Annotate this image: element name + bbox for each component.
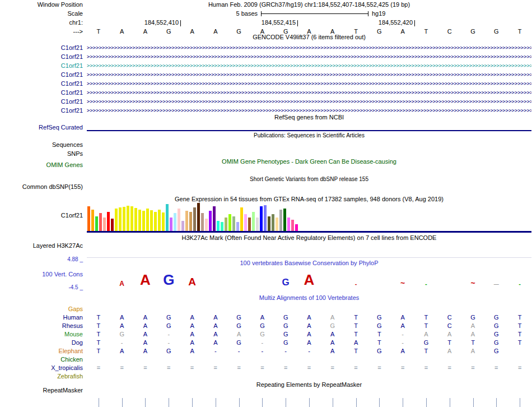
gencode-track-label[interactable]: C1orf21 xyxy=(0,71,83,78)
gtex-expression-bar[interactable] xyxy=(107,212,110,231)
gtex-expression-bar[interactable] xyxy=(225,218,227,231)
gtex-track-title[interactable]: Gene Expression in 54 tissues from GTEx … xyxy=(87,196,531,203)
species-label[interactable]: Zebrafish xyxy=(0,373,83,380)
gtex-expression-bar[interactable] xyxy=(256,218,259,231)
gencode-track-label[interactable]: C1orf21 xyxy=(0,80,83,87)
gtex-expression-bar[interactable] xyxy=(295,224,298,231)
species-label[interactable]: X_tropicalis xyxy=(0,364,83,372)
gtex-expression-bar[interactable] xyxy=(174,213,176,231)
gtex-expression-bar[interactable] xyxy=(162,212,165,231)
dbsnp-track-label[interactable]: Common dbSNP(155) xyxy=(0,183,83,191)
gtex-expression-bar[interactable] xyxy=(95,216,98,231)
alignment-row[interactable]: TAAGA-----ATGATAAG xyxy=(87,348,531,355)
multiz-track-title[interactable]: Multiz Alignments of 100 Vertebrates xyxy=(87,294,531,302)
gtex-expression-bar[interactable] xyxy=(232,216,235,231)
h3k27ac-track-label[interactable]: Layered H3K27Ac xyxy=(0,242,83,249)
gtex-expression-bar[interactable] xyxy=(279,210,282,231)
gtex-expression-bar[interactable] xyxy=(189,212,192,231)
gencode-track-label[interactable]: C1orf21 xyxy=(0,98,83,105)
gtex-expression-bar[interactable] xyxy=(193,207,196,231)
gencode-track-label[interactable]: C1orf21 xyxy=(0,44,83,52)
gencode-track-label[interactable]: C1orf21 xyxy=(0,53,83,61)
gtex-expression-bar[interactable] xyxy=(87,206,90,231)
gencode-transcript[interactable]: >>>>>>>>>>>>>>>>>>>>>>>>>>>>>>>>>>>>>>>>… xyxy=(87,98,531,105)
gtex-expression-bar[interactable] xyxy=(276,218,278,231)
gtex-expression-bar[interactable] xyxy=(115,209,118,231)
gtex-expression-bar[interactable] xyxy=(197,203,200,231)
gencode-track-label[interactable]: C1orf21 xyxy=(0,62,83,70)
gtex-expression-bar[interactable] xyxy=(260,206,263,231)
dbsnp-track-title[interactable]: Short Genetic Variants from dbSNP releas… xyxy=(87,175,531,183)
species-label[interactable]: Rhesus xyxy=(0,322,83,330)
gencode-track-label[interactable]: C1orf21 xyxy=(0,107,83,114)
gtex-expression-bar[interactable] xyxy=(228,214,231,231)
gtex-expression-bar[interactable] xyxy=(130,206,133,231)
gtex-expression-bar[interactable] xyxy=(150,210,153,231)
alignment-row[interactable] xyxy=(87,306,531,313)
gencode-transcript[interactable]: >>>>>>>>>>>>>>>>>>>>>>>>>>>>>>>>>>>>>>>>… xyxy=(87,107,531,114)
gtex-expression-bar[interactable] xyxy=(209,211,212,231)
gtex-expression-bar[interactable] xyxy=(236,222,239,231)
repeatmasker-track-label[interactable]: RepeatMasker xyxy=(0,387,83,394)
gencode-transcript[interactable]: >>>>>>>>>>>>>>>>>>>>>>>>>>>>>>>>>>>>>>>>… xyxy=(87,44,531,52)
species-label[interactable]: Mouse xyxy=(0,331,83,338)
gencode-transcript[interactable]: >>>>>>>>>>>>>>>>>>>>>>>>>>>>>>>>>>>>>>>>… xyxy=(87,71,531,78)
phylop-track-title[interactable]: 100 vertebrates Basewise Conservation by… xyxy=(87,260,531,267)
species-label[interactable]: Human xyxy=(0,314,83,321)
publications-track-title[interactable]: Publications: Sequences in Scientific Ar… xyxy=(87,132,531,139)
gencode-track-label[interactable]: C1orf21 xyxy=(0,89,83,96)
gencode-transcript[interactable]: >>>>>>>>>>>>>>>>>>>>>>>>>>>>>>>>>>>>>>>>… xyxy=(87,80,531,87)
gtex-expression-bar[interactable] xyxy=(240,207,243,231)
gtex-gene-model-line[interactable] xyxy=(87,231,531,233)
gtex-expression-bar[interactable] xyxy=(252,212,255,231)
sequences-track-label[interactable]: Sequences xyxy=(0,141,83,149)
alignment-row[interactable]: T-A-AAG-GAAAT-GTTGT xyxy=(87,339,531,346)
gtex-expression-bar[interactable] xyxy=(91,210,94,231)
gencode-transcript[interactable]: >>>>>>>>>>>>>>>>>>>>>>>>>>>>>>>>>>>>>>>>… xyxy=(87,89,531,96)
phylop-track-label[interactable]: 100 Vert. Cons xyxy=(0,271,83,278)
alignment-row[interactable] xyxy=(87,373,531,380)
omim-track-title[interactable]: OMIM Gene Phenotypes - Dark Green Can Be… xyxy=(87,158,531,165)
gtex-expression-bar[interactable] xyxy=(185,211,188,231)
gtex-expression-bar[interactable] xyxy=(111,219,114,231)
refseq-curated-item[interactable] xyxy=(87,130,531,131)
alignment-row[interactable]: =================== xyxy=(87,364,531,372)
alignment-row[interactable]: TAAGAAGGGAGTGATCAGT xyxy=(87,322,531,330)
alignment-row[interactable]: TGA-AAAGGAATT-AAAGT xyxy=(87,331,531,338)
gtex-expression-bar[interactable] xyxy=(205,219,208,231)
gtex-expression-bar[interactable] xyxy=(264,205,267,231)
gtex-expression-bar[interactable] xyxy=(248,218,251,231)
gtex-expression-bar[interactable] xyxy=(217,221,220,231)
refseq-track-title[interactable]: RefSeq genes from NCBI xyxy=(87,114,531,121)
gtex-expression-bar[interactable] xyxy=(268,216,270,231)
gtex-expression-bar[interactable] xyxy=(221,222,223,231)
gtex-expression-bar[interactable] xyxy=(146,209,149,231)
snps-track-label[interactable]: SNPs xyxy=(0,150,83,158)
gtex-expression-bar[interactable] xyxy=(142,211,145,231)
gtex-expression-bar[interactable] xyxy=(181,221,184,231)
gtex-expression-bar[interactable] xyxy=(283,209,286,231)
refseq-curated-label[interactable]: RefSeq Curated xyxy=(0,124,83,131)
gtex-expression-bar[interactable] xyxy=(201,213,204,231)
gtex-expression-bar[interactable] xyxy=(291,220,294,231)
gtex-expression-bar[interactable] xyxy=(170,218,172,231)
gtex-expression-bar[interactable] xyxy=(178,209,180,231)
gtex-expression-bar[interactable] xyxy=(166,204,169,231)
gtex-gene-label[interactable]: C1orf21 xyxy=(0,212,83,219)
species-label[interactable]: Dog xyxy=(0,339,83,346)
repeatmasker-track-title[interactable]: Repeating Elements by RepeatMasker xyxy=(87,381,531,388)
gtex-expression-bar[interactable] xyxy=(158,210,161,231)
gtex-expression-bar[interactable] xyxy=(134,208,137,231)
gtex-expression-bar[interactable] xyxy=(287,218,290,231)
alignment-row[interactable]: TAAGAAGAGAATGATCGGT xyxy=(87,314,531,321)
alignment-row[interactable] xyxy=(87,356,531,363)
species-label[interactable]: Chicken xyxy=(0,356,83,363)
species-label[interactable]: Elephant xyxy=(0,348,83,355)
gtex-expression-bar[interactable] xyxy=(138,210,141,231)
gencode-transcript[interactable]: >>>>>>>>>>>>>>>>>>>>>>>>>>>>>>>>>>>>>>>>… xyxy=(87,53,531,61)
gtex-expression-bar[interactable] xyxy=(127,206,129,231)
gtex-expression-bar[interactable] xyxy=(103,218,106,231)
gtex-expression-bar[interactable] xyxy=(272,214,274,231)
gtex-expression-bar[interactable] xyxy=(99,213,102,231)
species-label[interactable]: Gaps xyxy=(0,306,83,313)
